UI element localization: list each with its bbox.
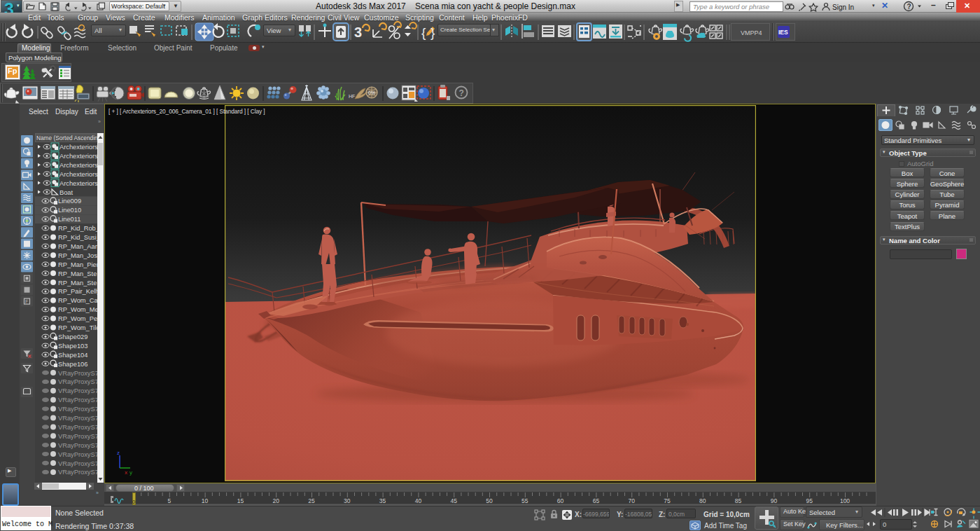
svg-text:x: x	[125, 469, 127, 476]
svg-text:Sign In: Sign In	[832, 4, 854, 11]
svg-text:Shape029: Shape029	[58, 333, 88, 340]
svg-text:VRayProxyS7: VRayProxyS7	[58, 460, 99, 467]
svg-text:Archexteriors: Archexteriors	[59, 180, 98, 187]
svg-text:60: 60	[557, 497, 564, 504]
svg-text:F: F	[25, 299, 28, 304]
svg-text:RP_Man_Ste: RP_Man_Ste	[58, 270, 97, 277]
svg-text:90: 90	[771, 497, 778, 504]
svg-text:VRayProxyS7: VRayProxyS7	[58, 396, 99, 404]
svg-text:100: 100	[840, 497, 850, 504]
svg-text:95: 95	[806, 497, 813, 504]
svg-text:RP_Kid_Rob_: RP_Kid_Rob_	[58, 225, 100, 232]
svg-text:VRayProxyS7: VRayProxyS7	[58, 378, 99, 385]
svg-text:VRayProxyS7: VRayProxyS7	[58, 424, 99, 431]
svg-text:Line010: Line010	[58, 207, 81, 214]
svg-text:z: z	[117, 450, 120, 456]
svg-text:}: }	[430, 25, 435, 40]
svg-text:RP_Pair_Kelly: RP_Pair_Kelly	[58, 288, 100, 295]
svg-text:70: 70	[628, 497, 635, 504]
svg-text:Archexteriors: Archexteriors	[59, 153, 98, 160]
svg-text:Shape104: Shape104	[58, 352, 88, 359]
svg-text:20: 20	[272, 497, 279, 504]
svg-text:VRayProxyS7: VRayProxyS7	[58, 406, 99, 413]
svg-text:Boat: Boat	[59, 189, 74, 196]
svg-text:RP_Wom_Tilo: RP_Wom_Tilo	[58, 324, 99, 331]
svg-text:VRayProxyS7: VRayProxyS7	[58, 370, 99, 377]
svg-text:RP_Man_Pier: RP_Man_Pier	[58, 261, 99, 268]
svg-text:VRayProxyS7: VRayProxyS7	[58, 433, 99, 440]
svg-text:Archexteriors: Archexteriors	[59, 162, 98, 169]
svg-text:Archexteriors: Archexteriors	[59, 171, 98, 178]
svg-text:75: 75	[664, 497, 671, 504]
svg-text:Shape103: Shape103	[58, 343, 88, 350]
svg-text:40: 40	[415, 497, 422, 504]
svg-text:RP_Kid_Susi_: RP_Kid_Susi_	[58, 234, 101, 241]
svg-text:VRayProxyS7: VRayProxyS7	[58, 442, 99, 449]
svg-text:{: {	[421, 25, 426, 40]
svg-text:65: 65	[593, 497, 600, 504]
svg-text:80: 80	[699, 497, 706, 504]
svg-text:RP_Wom_Me: RP_Wom_Me	[58, 306, 99, 313]
svg-text:HF: HF	[349, 94, 355, 99]
svg-text:85: 85	[735, 497, 742, 504]
svg-text:RP_Wom_Pe: RP_Wom_Pe	[58, 315, 97, 322]
svg-text:45: 45	[450, 497, 457, 504]
svg-text:?: ?	[907, 3, 911, 11]
svg-text:35: 35	[379, 497, 386, 504]
svg-text:30: 30	[344, 497, 351, 504]
svg-text:RP_Wom_Ca: RP_Wom_Ca	[58, 297, 98, 304]
svg-text:5: 5	[167, 497, 171, 504]
svg-text:VRayProxyS7: VRayProxyS7	[58, 451, 99, 458]
svg-text:15: 15	[237, 497, 244, 504]
svg-text:0%: 0%	[368, 90, 375, 95]
svg-text:VRayProxyS7: VRayProxyS7	[58, 387, 99, 394]
svg-text:VRayProxyS7: VRayProxyS7	[58, 415, 99, 422]
svg-text:Archexteriors: Archexteriors	[59, 144, 98, 151]
svg-text:RP_Man_Aar: RP_Man_Aar	[58, 243, 97, 250]
svg-text:3: 3	[354, 25, 362, 40]
svg-text:Shape106: Shape106	[58, 361, 88, 368]
svg-text:VRayProxyS7: VRayProxyS7	[58, 469, 99, 476]
svg-text:25: 25	[308, 497, 315, 504]
svg-text:Line009: Line009	[58, 198, 81, 205]
svg-text:?: ?	[459, 88, 464, 98]
svg-text:10: 10	[202, 497, 209, 504]
svg-text:55: 55	[522, 497, 528, 504]
svg-text:RP_Man_Ste: RP_Man_Ste	[58, 280, 97, 287]
svg-text:RP_Man_Jose: RP_Man_Jose	[58, 252, 101, 259]
svg-text:50: 50	[486, 497, 493, 504]
svg-text:y: y	[130, 469, 132, 476]
svg-text:Line011: Line011	[58, 216, 80, 223]
